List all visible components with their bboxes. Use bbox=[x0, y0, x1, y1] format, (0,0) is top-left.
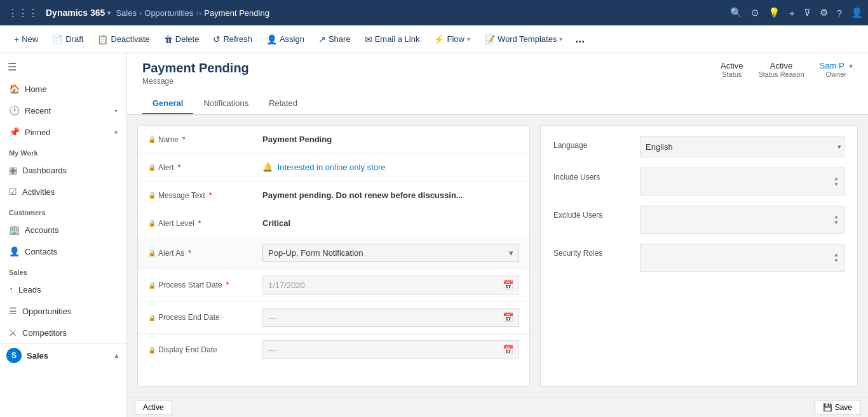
draft-icon: 📄 bbox=[52, 34, 63, 44]
email-link-button[interactable]: ✉ Email a Link bbox=[358, 30, 426, 48]
breadcrumb-sales[interactable]: Sales bbox=[116, 8, 137, 18]
refresh-button[interactable]: ↺ Refresh bbox=[207, 30, 259, 48]
sales-avatar: S bbox=[6, 348, 22, 363]
breadcrumb-opportunities[interactable]: Opportunities bbox=[144, 8, 193, 18]
meta-status-value: Active bbox=[721, 61, 743, 70]
field-input-start-date[interactable]: 1/17/2020 📅 bbox=[262, 275, 519, 295]
dashboards-icon: ▦ bbox=[9, 165, 17, 175]
meta-owner-label: Owner bbox=[820, 70, 853, 78]
rp-control-language[interactable]: English ▾ bbox=[640, 136, 844, 157]
field-label-alert: 🔒 Alert * bbox=[148, 163, 262, 172]
rp-label-exclude-users: Exclude Users bbox=[553, 206, 630, 220]
meta-owner-value: Sam P ▾ bbox=[820, 61, 853, 70]
breadcrumb: Sales › Opportunities ›› Payment Pending bbox=[116, 8, 269, 18]
sidebar-item-competitors[interactable]: ⚔ Competitors bbox=[0, 322, 126, 343]
filter-icon[interactable]: ⊽ bbox=[804, 7, 811, 18]
save-button[interactable]: 💾 Save bbox=[815, 400, 860, 415]
sidebar-item-recent[interactable]: 🕐 Recent ▾ bbox=[0, 100, 126, 121]
email-icon: ✉ bbox=[365, 34, 372, 44]
form-left: 🔒 Name * Payment Pending 🔒 Alert * 🔔 bbox=[137, 125, 530, 387]
field-input-end-date[interactable]: --- 📅 bbox=[262, 308, 519, 327]
sidebar-item-home[interactable]: 🏠 Home bbox=[0, 78, 126, 100]
recent-icon: 🕐 bbox=[9, 105, 20, 116]
idea-icon[interactable]: 💡 bbox=[768, 7, 780, 18]
calendar-icon-display-end: 📅 bbox=[503, 345, 513, 355]
rp-row-language: Language English ▾ bbox=[553, 136, 844, 157]
add-icon[interactable]: + bbox=[789, 8, 795, 18]
meta-status: Active Status bbox=[721, 61, 743, 78]
rp-control-exclude-users[interactable]: ▲ ▼ bbox=[640, 206, 844, 234]
sidebar-item-contacts[interactable]: 👤 Contacts bbox=[0, 241, 126, 262]
share-button[interactable]: ↗ Share bbox=[312, 30, 357, 48]
include-users-scroll[interactable]: ▲ ▼ bbox=[834, 176, 839, 187]
field-label-message-text: 🔒 Message Text * bbox=[148, 191, 262, 200]
field-value-name[interactable]: Payment Pending bbox=[262, 135, 519, 144]
rp-row-security-roles: Security Roles ▲ ▼ bbox=[553, 244, 844, 272]
new-button[interactable]: + New bbox=[8, 30, 44, 48]
word-templates-button[interactable]: 📝 Word Templates ▾ bbox=[478, 30, 569, 48]
lock-icon-message: 🔒 bbox=[148, 192, 156, 199]
grid-icon[interactable]: ⋮⋮⋮ bbox=[5, 4, 41, 22]
sidebar-bottom-item[interactable]: S Sales ▲ bbox=[0, 343, 126, 367]
field-select-alert-as[interactable]: Pop-Up, Form Notification ▾ bbox=[262, 244, 519, 262]
form-right: Language English ▾ Include Users ▲ ▼ bbox=[540, 125, 858, 387]
rp-row-include-users: Include Users ▲ ▼ bbox=[553, 168, 844, 195]
user-icon[interactable]: 👤 bbox=[851, 7, 863, 18]
assign-button[interactable]: 👤 Assign bbox=[260, 30, 311, 48]
sidebar-toggle[interactable]: ☰ bbox=[0, 56, 126, 78]
flow-icon: ⚡ bbox=[433, 34, 444, 44]
delete-button[interactable]: 🗑 Delete bbox=[158, 30, 206, 48]
topbar-icons: 🔍 ⊙ 💡 + ⊽ ⚙ ? 👤 bbox=[730, 7, 863, 18]
field-row-process-end-date: 🔒 Process End Date --- 📅 bbox=[138, 301, 529, 334]
settings-circle-icon[interactable]: ⊙ bbox=[751, 7, 759, 18]
brand-chevron: ▾ bbox=[107, 10, 111, 17]
meta-status-label: Status bbox=[721, 70, 743, 78]
more-button[interactable]: ... bbox=[570, 31, 590, 47]
field-label-display-end-date: 🔒 Display End Date bbox=[148, 345, 262, 354]
section-customers: Customers bbox=[0, 202, 126, 219]
flow-button[interactable]: ⚡ Flow ▾ bbox=[427, 30, 476, 48]
record-subtitle: Message bbox=[142, 77, 249, 86]
sidebar-item-leads[interactable]: ↑ Leads bbox=[0, 279, 126, 300]
tab-general[interactable]: General bbox=[142, 93, 193, 114]
sidebar-item-opportunities[interactable]: ☰ Opportunities bbox=[0, 300, 126, 322]
sidebar-item-activities[interactable]: ☑ Activities bbox=[0, 181, 126, 202]
security-roles-scroll[interactable]: ▲ ▼ bbox=[834, 252, 839, 263]
language-dropdown-icon: ▾ bbox=[837, 143, 841, 151]
status-button[interactable]: Active bbox=[135, 400, 172, 415]
sidebar-item-dashboards[interactable]: ▦ Dashboards bbox=[0, 159, 126, 181]
deactivate-button[interactable]: 📋 Deactivate bbox=[91, 30, 156, 48]
record-title: Payment Pending bbox=[142, 61, 249, 76]
pinned-icon: 📌 bbox=[9, 127, 20, 137]
tab-notifications[interactable]: Notifications bbox=[193, 93, 259, 114]
rp-control-include-users[interactable]: ▲ ▼ bbox=[640, 168, 844, 195]
help-icon[interactable]: ? bbox=[837, 8, 842, 18]
competitors-icon: ⚔ bbox=[9, 328, 17, 338]
rp-control-security-roles[interactable]: ▲ ▼ bbox=[640, 244, 844, 272]
breadcrumb-current: Payment Pending bbox=[204, 8, 269, 18]
field-value-alert-level[interactable]: Critical bbox=[262, 218, 519, 228]
refresh-icon: ↺ bbox=[213, 34, 220, 44]
field-value-alert[interactable]: 🔔 Interested in online only store bbox=[262, 162, 519, 172]
meta-owner[interactable]: Sam P ▾ Owner bbox=[820, 61, 853, 78]
tab-related[interactable]: Related bbox=[259, 93, 308, 114]
search-icon[interactable]: 🔍 bbox=[730, 7, 742, 18]
field-input-display-end-date[interactable]: --- 📅 bbox=[262, 340, 519, 359]
calendar-icon-end: 📅 bbox=[503, 312, 513, 322]
draft-button[interactable]: 📄 Draft bbox=[46, 30, 90, 48]
section-my-work: My Work bbox=[0, 143, 126, 159]
field-row-alert-level: 🔒 Alert Level * Critical bbox=[138, 209, 529, 237]
field-label-alert-as: 🔒 Alert As * bbox=[148, 249, 262, 258]
save-icon: 💾 bbox=[823, 403, 832, 412]
brand-title[interactable]: Dynamics 365 ▾ bbox=[46, 8, 111, 18]
sidebar-item-pinned[interactable]: 📌 Pinned ▾ bbox=[0, 121, 126, 143]
gear-icon[interactable]: ⚙ bbox=[820, 7, 828, 18]
leads-icon: ↑ bbox=[9, 284, 13, 295]
share-icon: ↗ bbox=[318, 34, 326, 44]
sidebar: ☰ 🏠 Home 🕐 Recent ▾ 📌 Pinned ▾ My Work ▦… bbox=[0, 53, 127, 417]
exclude-users-scroll[interactable]: ▲ ▼ bbox=[834, 214, 839, 225]
field-row-message-text: 🔒 Message Text * Payment pending. Do not… bbox=[138, 182, 529, 209]
word-templates-dropdown-icon: ▾ bbox=[559, 36, 562, 43]
sidebar-item-accounts[interactable]: 🏢 Accounts bbox=[0, 219, 126, 241]
field-value-message-text[interactable]: Payment pending. Do not renew before dis… bbox=[262, 190, 519, 200]
